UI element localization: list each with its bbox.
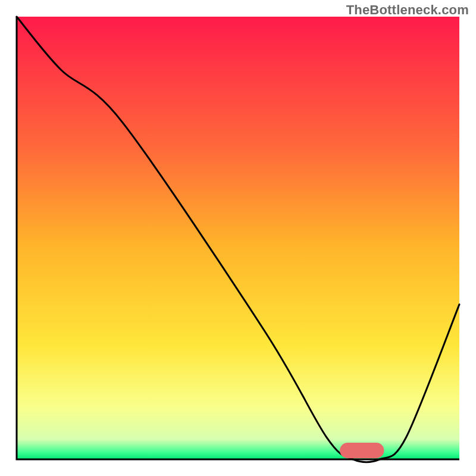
bottleneck-chart: TheBottleneck.com (0, 0, 476, 476)
optimal-range-marker (340, 443, 384, 458)
gradient-background (17, 17, 459, 459)
chart-svg (0, 0, 476, 476)
watermark-label: TheBottleneck.com (346, 2, 469, 18)
